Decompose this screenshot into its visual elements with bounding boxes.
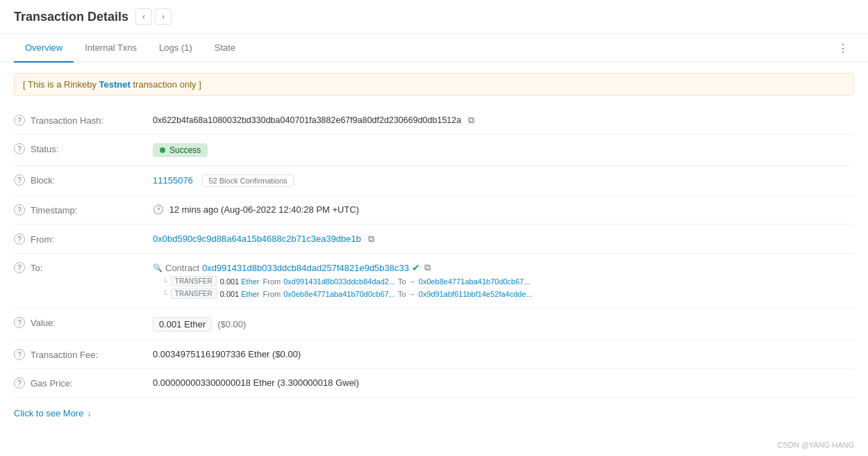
contract-label: Contract <box>165 263 199 273</box>
block-label: ? Block: <box>14 174 153 186</box>
contract-address-link[interactable]: 0xd991431d8b033ddcb84dad257f4821e9d5b38c… <box>202 263 409 273</box>
contract-line: 🔍 Contract 0xd991431d8b033ddcb84dad257f4… <box>153 262 854 273</box>
gas-price-row: ? Gas Price: 0.000000003300000018 Ether … <box>14 369 854 398</box>
transaction-hash-label: ? Transaction Hash: <box>14 115 153 126</box>
transfer-row-2: └ TRANSFER 0.001 Ether From 0x0eb8e4771a… <box>162 288 854 299</box>
tabs-container: Overview Internal Txns Logs (1) State ⋮ <box>0 34 868 63</box>
click-more-text[interactable]: Click to see More <box>14 408 83 418</box>
value-usd: ($0.00) <box>217 319 246 329</box>
transfer-to-link-1[interactable]: 0x0eb8e4771aba41b70d0cb67... <box>419 277 531 286</box>
from-address-link[interactable]: 0x0bd590c9c9d88a64a15b4688c2b71c3ea39dbe… <box>153 234 361 244</box>
help-icon[interactable]: ? <box>14 174 25 186</box>
status-dot <box>160 147 165 153</box>
help-icon[interactable]: ? <box>14 234 25 245</box>
transfer-from-link-2[interactable]: 0x0eb8e4771aba41b70d0cb67... <box>283 290 395 298</box>
contract-search-icon: 🔍 <box>153 263 162 272</box>
transfer-from-link-1[interactable]: 0xd991431d8b033ddcb84dad2... <box>283 277 395 286</box>
tab-internal-txns[interactable]: Internal Txns <box>74 34 148 63</box>
transfer-row-1: └ TRANSFER 0.001 Ether From 0xd991431d8b… <box>162 276 854 286</box>
from-row: ? From: 0x0bd590c9c9d88a64a15b4688c2b71c… <box>14 225 854 254</box>
timestamp-label: ? Timestamp: <box>14 204 153 215</box>
page-title: Transaction Details <box>14 10 128 24</box>
value-amount-badge: 0.001 Ether <box>153 317 212 332</box>
status-value: Success <box>153 143 854 157</box>
copy-hash-icon[interactable]: ⧉ <box>468 115 474 125</box>
testnet-banner: [ This is a Rinkeby Testnet transaction … <box>14 73 854 96</box>
transfer-token-link-1[interactable]: Ether <box>241 277 259 286</box>
transfer-amount-1: 0.001 <box>220 277 240 286</box>
verified-checkmark-icon: ✔ <box>412 262 420 273</box>
copy-from-icon[interactable]: ⧉ <box>368 234 374 244</box>
help-icon[interactable]: ? <box>14 262 25 273</box>
transaction-hash-value: 0x622b4fa68a1080032bd330dba040701fa3882e… <box>153 115 854 126</box>
transfer-to-link-2[interactable]: 0x9d91abf611bbf14e52fa4cdde... <box>419 290 533 298</box>
help-icon[interactable]: ? <box>14 143 25 154</box>
help-icon[interactable]: ? <box>14 317 25 328</box>
help-icon[interactable]: ? <box>14 204 25 215</box>
transaction-fee-row: ? Transaction Fee: 0.00349751161907336 E… <box>14 341 854 369</box>
transaction-fee-value: 0.00349751161907336 Ether ($0.00) <box>153 349 854 359</box>
help-icon[interactable]: ? <box>14 349 25 360</box>
transaction-fee-label: ? Transaction Fee: <box>14 349 153 360</box>
click-more-section[interactable]: Click to see More ↓ <box>0 398 868 429</box>
prev-arrow-button[interactable]: ‹ <box>135 8 152 25</box>
transaction-hash-row: ? Transaction Hash: 0x622b4fa68a1080032b… <box>14 106 854 135</box>
gas-price-label: ? Gas Price: <box>14 377 153 389</box>
to-value: 🔍 Contract 0xd991431d8b033ddcb84dad257f4… <box>153 262 854 299</box>
next-arrow-button[interactable]: › <box>155 8 172 25</box>
tx-hash-text: 0x622b4fa68a1080032bd330dba040701fa3882e… <box>153 115 461 125</box>
clock-icon: 🕐 <box>153 204 164 215</box>
click-more-arrow-icon: ↓ <box>87 409 91 418</box>
gas-price-value: 0.000000003300000018 Ether (3.300000018 … <box>153 377 854 388</box>
to-row: ? To: 🔍 Contract 0xd991431d8b033ddcb84da… <box>14 254 854 308</box>
value-content: 0.001 Ether ($0.00) <box>153 317 854 332</box>
block-number-link[interactable]: 11155076 <box>153 175 193 186</box>
header: Transaction Details ‹ › <box>0 0 868 34</box>
details-table: ? Transaction Hash: 0x622b4fa68a1080032b… <box>0 106 868 398</box>
value-row: ? Value: 0.001 Ether ($0.00) <box>14 309 854 341</box>
copy-contract-icon[interactable]: ⧉ <box>424 262 431 273</box>
timestamp-row: ? Timestamp: 🕐 12 mins ago (Aug-06-2022 … <box>14 196 854 225</box>
testnet-highlight: Testnet <box>99 79 131 90</box>
transfer-label-2: TRANSFER <box>171 288 217 299</box>
from-value: 0x0bd590c9c9d88a64a15b4688c2b71c3ea39dbe… <box>153 234 854 245</box>
block-value: 11155076 52 Block Confirmations <box>153 174 854 187</box>
help-icon[interactable]: ? <box>14 377 25 389</box>
tab-logs[interactable]: Logs (1) <box>148 34 203 63</box>
to-label: ? To: <box>14 262 153 273</box>
tab-state[interactable]: State <box>203 34 247 63</box>
timestamp-value: 🕐 12 mins ago (Aug-06-2022 12:40:28 PM +… <box>153 204 854 215</box>
value-label: ? Value: <box>14 317 153 328</box>
status-label: ? Status: <box>14 143 153 154</box>
block-row: ? Block: 11155076 52 Block Confirmations <box>14 166 854 196</box>
transfer-token-link-2[interactable]: Ether <box>241 290 259 298</box>
status-badge: Success <box>153 143 208 157</box>
more-options-button[interactable]: ⋮ <box>832 36 854 60</box>
tab-overview[interactable]: Overview <box>14 34 74 63</box>
block-confirmations-badge: 52 Block Confirmations <box>202 174 293 187</box>
transfer-amount-2: 0.001 <box>220 290 240 298</box>
transfer-label-1: TRANSFER <box>171 276 217 286</box>
status-row: ? Status: Success <box>14 135 854 166</box>
from-label: ? From: <box>14 234 153 245</box>
help-icon[interactable]: ? <box>14 115 25 126</box>
